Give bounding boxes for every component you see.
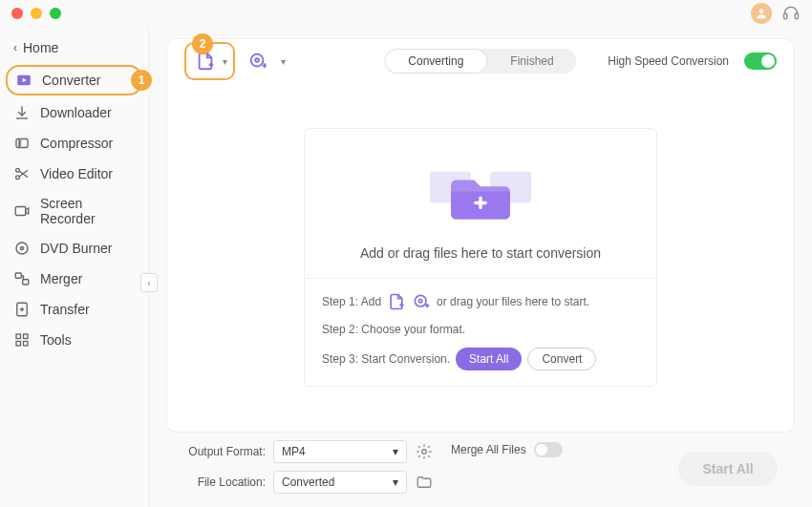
svg-rect-1 (784, 13, 787, 19)
compressor-icon (13, 135, 31, 152)
output-format-label: Output Format: (183, 445, 266, 458)
svg-point-23 (419, 300, 422, 303)
merge-all-row: Merge All Files (451, 442, 563, 457)
add-disc-mini-button[interactable] (412, 292, 431, 311)
sidebar-item-tools[interactable]: Tools (0, 325, 148, 355)
step-2: Step 2: Choose your format. (322, 323, 639, 336)
add-file-mini-button[interactable] (387, 292, 406, 311)
sidebar-item-downloader[interactable]: Downloader (0, 97, 148, 128)
dropzone-text: Add or drag files here to start conversi… (322, 245, 639, 261)
svg-rect-14 (16, 334, 21, 339)
support-icon[interactable] (781, 4, 801, 23)
svg-rect-16 (16, 342, 21, 347)
chevron-down-icon: ▾ (393, 475, 398, 489)
file-location-value: Converted (282, 475, 334, 489)
step-3: Step 3: Start Conversion. Start All Conv… (322, 348, 639, 370)
output-settings-button[interactable] (415, 442, 434, 461)
chevron-down-icon: ▾ (393, 445, 398, 458)
svg-point-22 (415, 295, 426, 306)
output-format-value: MP4 (282, 445, 306, 458)
start-all-button[interactable]: Start All (678, 452, 778, 486)
step-1-suffix: or drag your files here to start. (437, 295, 589, 308)
sidebar-home[interactable]: ‹ Home (0, 34, 148, 61)
annotation-badge-1: 1 (131, 70, 152, 91)
tab-finished[interactable]: Finished (487, 49, 576, 74)
chevron-down-icon[interactable]: ▾ (281, 56, 286, 67)
avatar[interactable] (751, 3, 772, 24)
divider (305, 278, 656, 279)
sidebar-item-label: Converter (42, 73, 100, 88)
bottom-bar: Output Format: MP4 ▾ File Location: Conv… (166, 433, 795, 497)
converter-card: ▾ ▾ Converting Finished High Speed Conve… (166, 38, 795, 433)
add-from-disc-button[interactable] (245, 48, 271, 74)
start-all-label: Start All (702, 461, 753, 476)
folder-icon (416, 474, 433, 491)
user-icon (755, 7, 768, 20)
sidebar: ‹ Home Converter 1 Downloader (0, 27, 149, 507)
svg-rect-17 (24, 342, 29, 347)
sidebar-item-merger[interactable]: Merger (0, 264, 148, 294)
svg-point-9 (16, 243, 28, 254)
open-folder-button[interactable] (415, 473, 434, 492)
high-speed-label: High Speed Conversion (608, 54, 729, 68)
step-2-text: Step 2: Choose your format. (322, 323, 465, 336)
tab-converting-label: Converting (408, 54, 463, 68)
merge-all-toggle[interactable] (534, 442, 563, 457)
svg-point-24 (422, 450, 427, 454)
step-3-prefix: Step 3: Start Conversion. (322, 352, 450, 366)
convert-mini-button[interactable]: Convert (527, 348, 596, 370)
tab-converting[interactable]: Converting (384, 49, 487, 74)
dropzone[interactable]: Add or drag files here to start conversi… (304, 128, 657, 387)
high-speed-toggle[interactable] (744, 53, 777, 70)
tab-finished-label: Finished (510, 54, 553, 68)
sidebar-item-transfer[interactable]: Transfer (0, 294, 148, 325)
sidebar-item-converter[interactable]: Converter 1 (6, 65, 142, 95)
file-location-label: File Location: (183, 475, 266, 489)
disc-plus-icon (247, 51, 268, 72)
file-plus-icon (387, 292, 406, 311)
grid-icon (13, 331, 31, 349)
gear-icon (416, 443, 433, 460)
sidebar-item-label: Video Editor (40, 166, 113, 181)
svg-rect-12 (23, 280, 29, 285)
step-1: Step 1: Add or drag your files here to s… (322, 292, 639, 311)
download-icon (13, 104, 31, 121)
sidebar-item-label: Tools (40, 332, 72, 348)
maximize-window-icon[interactable] (50, 8, 61, 19)
dropzone-illustration (322, 156, 639, 232)
sidebar-collapse-handle[interactable]: ‹ (140, 273, 158, 292)
titlebar (0, 0, 812, 27)
minimize-window-icon[interactable] (31, 8, 42, 19)
sidebar-item-screen-recorder[interactable]: Screen Recorder (0, 189, 148, 233)
output-format-select[interactable]: MP4 ▾ (273, 440, 407, 463)
start-all-mini-button[interactable]: Start All (456, 348, 522, 370)
window-controls (11, 8, 61, 19)
svg-point-0 (759, 9, 764, 13)
sidebar-item-compressor[interactable]: Compressor (0, 128, 148, 158)
sidebar-item-label: Transfer (40, 302, 90, 317)
converter-icon (15, 72, 32, 89)
transfer-icon (13, 301, 31, 318)
svg-point-18 (251, 54, 264, 67)
content-area: ▾ ▾ Converting Finished High Speed Conve… (149, 27, 812, 507)
annotation-badge-2: 2 (192, 33, 213, 54)
sidebar-item-dvd-burner[interactable]: DVD Burner (0, 233, 148, 264)
sidebar-item-label: Downloader (40, 105, 112, 120)
sidebar-item-label: DVD Burner (40, 241, 112, 256)
svg-point-10 (21, 247, 24, 250)
start-all-mini-label: Start All (469, 352, 508, 366)
scissors-icon (13, 165, 31, 182)
disc-icon (13, 240, 31, 257)
sidebar-item-video-editor[interactable]: Video Editor (0, 158, 148, 189)
folder-plus-icon (423, 156, 538, 232)
chevron-left-icon: ‹ (13, 41, 17, 54)
close-window-icon[interactable] (11, 8, 23, 19)
status-tabs: Converting Finished (384, 49, 576, 74)
merge-all-label: Merge All Files (451, 443, 526, 456)
chevron-down-icon[interactable]: ▾ (223, 56, 227, 67)
sidebar-item-label: Merger (40, 271, 82, 286)
file-location-select[interactable]: Converted ▾ (273, 471, 407, 494)
card-toolbar: ▾ ▾ Converting Finished High Speed Conve… (167, 39, 794, 83)
svg-point-19 (255, 58, 259, 62)
record-icon (13, 202, 31, 220)
